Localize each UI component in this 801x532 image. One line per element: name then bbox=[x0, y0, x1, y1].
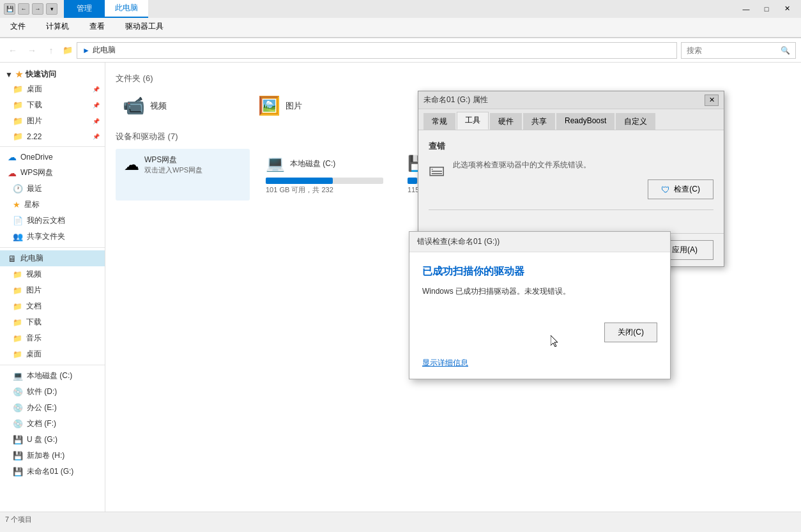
error-check-close-button[interactable]: 关闭(C) bbox=[604, 323, 657, 342]
properties-close-btn[interactable]: ✕ bbox=[705, 95, 719, 106]
address-path[interactable]: ► 此电脑 bbox=[77, 42, 677, 59]
desktopf-label: 桌面 bbox=[26, 349, 42, 360]
breadcrumb-pc[interactable]: ► bbox=[82, 46, 90, 55]
onedrive-label: OneDrive bbox=[20, 153, 53, 162]
title-bar: 💾 ← → ▾ 管理 此电脑 — □ ✕ 文件 计算机 查看 驱动器工具 bbox=[0, 0, 801, 38]
error-check-dialog[interactable]: 错误检查(未命名01 (G:)) 已成功扫描你的驱动器 Windows 已成功扫… bbox=[409, 231, 671, 379]
tab-hardware[interactable]: 硬件 bbox=[490, 113, 522, 130]
drive-wps-header: ☁ WPS网盘 双击进入WPS网盘 bbox=[124, 155, 241, 175]
tab-manage[interactable]: 管理 bbox=[64, 0, 105, 18]
tab-general[interactable]: 常规 bbox=[423, 113, 455, 130]
drive-d-icon: 💿 bbox=[13, 387, 23, 397]
sidebar-item-desktop[interactable]: 📁 桌面 📌 bbox=[0, 81, 105, 97]
recent-label: 最近 bbox=[27, 183, 42, 194]
error-section-title: 查错 bbox=[429, 141, 713, 152]
error-check-desc: Windows 已成功扫描驱动器。未发现错误。 bbox=[422, 286, 657, 297]
check-button[interactable]: 🛡 检查(C) bbox=[648, 179, 713, 199]
sidebar-item-videos[interactable]: 📁 视频 bbox=[0, 266, 105, 282]
close-button[interactable]: ✕ bbox=[777, 2, 797, 16]
error-desc-content: 此选项将检查驱动器中的文件系统错误。 bbox=[453, 160, 591, 169]
tab-driver-tools[interactable]: 驱动器工具 bbox=[115, 18, 174, 37]
down-btn-tb[interactable]: ▾ bbox=[46, 3, 57, 15]
title-bar-icons: 💾 ← → ▾ bbox=[4, 3, 57, 15]
sidebar-drive-f[interactable]: 💿 文档 (F:) bbox=[0, 416, 105, 432]
minimize-button[interactable]: — bbox=[736, 2, 756, 16]
sidebar-drive-h[interactable]: 💾 新加卷 (H:) bbox=[0, 448, 105, 464]
back-button[interactable]: ← bbox=[5, 43, 20, 58]
search-box[interactable]: 🔍 bbox=[681, 42, 796, 59]
sidebar-drive-d[interactable]: 💿 软件 (D:) bbox=[0, 384, 105, 400]
sidebar-drive-c[interactable]: 💻 本地磁盘 (C:) bbox=[0, 368, 105, 384]
drive-h-label: 新加卷 (H:) bbox=[27, 450, 65, 461]
sidebar-item-shared[interactable]: 👥 共享文件夹 bbox=[0, 229, 105, 245]
tab-custom[interactable]: 自定义 bbox=[616, 113, 655, 130]
sidebar-item-onedrive[interactable]: ☁ OneDrive bbox=[0, 149, 105, 165]
up-button[interactable]: ↑ bbox=[43, 43, 59, 58]
sidebar-item-downloads[interactable]: 📁 下载 bbox=[0, 314, 105, 330]
wps-drive-icon: ☁ bbox=[124, 156, 139, 174]
downloads-label: 下载 bbox=[26, 317, 42, 328]
drive-c-bar bbox=[266, 178, 333, 184]
wps-label: WPS网盘 bbox=[20, 167, 53, 178]
wps-drive-info: WPS网盘 双击进入WPS网盘 bbox=[144, 155, 202, 175]
maximize-button[interactable]: □ bbox=[756, 2, 777, 16]
tab-computer[interactable]: 计算机 bbox=[36, 18, 79, 37]
music-folder-icon: 📁 bbox=[13, 334, 22, 343]
music-label: 音乐 bbox=[26, 333, 42, 344]
video-folder-icon: 📁 bbox=[13, 270, 22, 279]
drive-f-icon: 💿 bbox=[13, 419, 23, 429]
error-check-footer: 关闭(C) bbox=[409, 323, 670, 353]
chevron-icon: ▼ bbox=[5, 70, 13, 79]
sidebar-item-recent[interactable]: 🕐 最近 bbox=[0, 181, 105, 197]
222-label: 2.22 bbox=[27, 132, 42, 141]
sidebar-item-clouddoc[interactable]: 📄 我的云文档 bbox=[0, 213, 105, 229]
forward-button[interactable]: → bbox=[24, 43, 40, 58]
address-bar: ← → ↑ 📁 ► 此电脑 🔍 bbox=[0, 38, 801, 63]
quick-access-icon[interactable]: 💾 bbox=[4, 3, 15, 15]
tab-view[interactable]: 查看 bbox=[79, 18, 115, 37]
back-btn-tb[interactable]: ← bbox=[18, 3, 29, 15]
error-check-title: 错误检查(未命名01 (G:)) bbox=[417, 236, 500, 247]
status-bar: 7 个项目 bbox=[0, 512, 801, 527]
drive-c-bar-container bbox=[266, 178, 383, 184]
sidebar-drive-e[interactable]: 💿 办公 (E:) bbox=[0, 400, 105, 416]
error-check-content: 已成功扫描你的驱动器 Windows 已成功扫描驱动器。未发现错误。 bbox=[409, 252, 670, 323]
sidebar-item-222[interactable]: 📁 2.22 📌 bbox=[0, 129, 105, 144]
sidebar-drive-g2[interactable]: 💾 未命名01 (G:) bbox=[0, 464, 105, 480]
sidebar-item-docs[interactable]: 📁 文档 bbox=[0, 298, 105, 314]
folder-pictures[interactable]: 🖼️ 图片 bbox=[251, 91, 379, 121]
sidebar-item-pictures[interactable]: 📁 图片 📌 bbox=[0, 113, 105, 129]
desktopf-folder-icon: 📁 bbox=[13, 350, 22, 359]
star-icon2: ★ bbox=[13, 200, 20, 209]
folder-videos-name: 视频 bbox=[150, 100, 167, 112]
sidebar-item-thispc[interactable]: 🖥 此电脑 bbox=[0, 250, 105, 266]
ribbon-tabs: 文件 计算机 查看 驱动器工具 bbox=[0, 18, 174, 37]
ribbon: 文件 计算机 查看 驱动器工具 bbox=[0, 18, 801, 38]
docs-label: 文档 bbox=[26, 301, 42, 312]
search-input[interactable] bbox=[687, 46, 781, 55]
tab-readyboost[interactable]: ReadyBoost bbox=[556, 113, 614, 130]
desktop-label: 桌面 bbox=[27, 84, 42, 95]
share-icon: 👥 bbox=[13, 232, 23, 241]
sidebar-item-music[interactable]: 📁 音乐 bbox=[0, 330, 105, 346]
tab-sharing[interactable]: 共享 bbox=[523, 113, 555, 130]
sidebar-drive-g[interactable]: 💾 U 盘 (G:) bbox=[0, 432, 105, 448]
tab-file[interactable]: 文件 bbox=[0, 18, 36, 37]
drive-wps[interactable]: ☁ WPS网盘 双击进入WPS网盘 bbox=[116, 149, 250, 201]
drive-g2-icon: 💾 bbox=[13, 467, 23, 476]
sidebar-item-download[interactable]: 📁 下载 📌 bbox=[0, 97, 105, 113]
breadcrumb-label: 此电脑 bbox=[93, 45, 116, 56]
sidebar-item-wps[interactable]: ☁ WPS网盘 bbox=[0, 165, 105, 181]
tab-tools[interactable]: 工具 bbox=[457, 112, 489, 130]
sidebar-item-starred[interactable]: ★ 星标 bbox=[0, 197, 105, 213]
forward-btn-tb[interactable]: → bbox=[32, 3, 43, 15]
sidebar-item-pics[interactable]: 📁 图片 bbox=[0, 282, 105, 298]
drive-c[interactable]: 💻 本地磁盘 (C:) 101 GB 可用，共 232 bbox=[257, 149, 392, 201]
quick-access-header[interactable]: ▼ ★ 快速访问 bbox=[0, 65, 105, 81]
error-check-details-link[interactable]: 显示详细信息 bbox=[409, 353, 670, 379]
error-section-desc: 🖴 此选项将检查驱动器中的文件系统错误。 🛡 检查(C) bbox=[429, 160, 713, 199]
drive-h-bar bbox=[408, 178, 417, 184]
pin-icon: 📌 bbox=[93, 102, 100, 109]
sidebar-item-desktopf[interactable]: 📁 桌面 bbox=[0, 346, 105, 362]
folder-videos[interactable]: 📹 视频 bbox=[116, 91, 243, 121]
